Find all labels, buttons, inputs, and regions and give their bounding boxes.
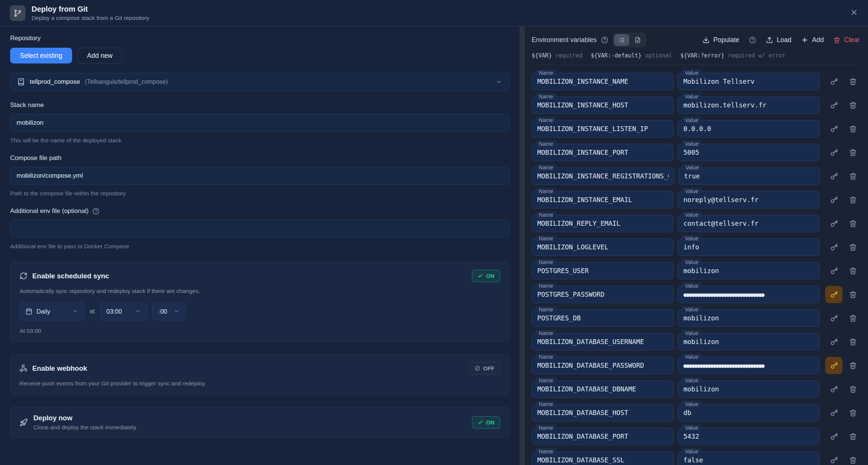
secret-key-button[interactable] (825, 262, 842, 279)
delete-row-button[interactable] (846, 309, 860, 327)
delete-row-button[interactable] (846, 144, 860, 161)
select-existing-button[interactable]: Select existing (10, 48, 72, 63)
env-name-field[interactable]: Name MOBILIZON_DATABASE_DBNAME (532, 380, 674, 398)
delete-row-button[interactable] (846, 215, 860, 232)
panel-resizer[interactable] (520, 26, 525, 465)
delete-row-button[interactable] (846, 357, 860, 374)
help-icon[interactable] (749, 36, 756, 44)
env-name-field[interactable]: Name MOBILIZON_INSTANCE_LISTEN_IP (532, 120, 674, 137)
env-value-field[interactable]: Value noreply@tellserv.fr (678, 191, 820, 208)
env-name-field[interactable]: Name MOBILIZON_DATABASE_PORT (532, 428, 674, 445)
repository-select[interactable]: tellprod_compose (Tellsanguis/tellprod_c… (10, 73, 509, 91)
delete-row-button[interactable] (846, 404, 860, 421)
delete-row-button[interactable] (846, 451, 860, 465)
hour-select[interactable]: 03:00 (100, 302, 147, 320)
secret-key-button[interactable] (825, 380, 842, 398)
env-value-field[interactable]: Value true (678, 168, 820, 185)
env-name-field[interactable]: Name POSTGRES_USER (532, 262, 674, 279)
trash-icon (849, 338, 857, 346)
delete-row-button[interactable] (846, 97, 860, 114)
delete-row-button[interactable] (846, 120, 860, 137)
env-name-field[interactable]: Name MOBILIZON_DATABASE_PASSWORD (532, 357, 674, 374)
delete-row-button[interactable] (846, 191, 860, 208)
close-icon[interactable] (850, 8, 858, 17)
secret-key-button[interactable] (825, 333, 842, 350)
env-row: Name MOBILIZON_DATABASE_PASSWORD Value ●… (532, 357, 860, 374)
env-name-text: MOBILIZON_INSTANCE_HOST (537, 101, 668, 109)
secret-key-button[interactable] (825, 451, 842, 465)
env-value-field[interactable]: Value 5005 (678, 144, 820, 161)
env-name-field[interactable]: Name MOBILIZON_INSTANCE_NAME (532, 73, 674, 90)
env-name-field[interactable]: Name MOBILIZON_DATABASE_USERNAME (532, 333, 674, 350)
list-view-button[interactable] (614, 34, 629, 46)
env-name-field[interactable]: Name MOBILIZON_INSTANCE_REGISTRATIONS_OP… (532, 168, 674, 185)
secret-key-button[interactable] (825, 357, 842, 374)
delete-row-button[interactable] (846, 239, 860, 256)
frequency-select[interactable]: Daily (20, 302, 84, 320)
env-value-field[interactable]: Value Mobilizon Tellserv (678, 73, 820, 90)
clear-button[interactable]: Clear (833, 36, 860, 44)
compose-path-input[interactable] (10, 167, 509, 185)
secret-key-button[interactable] (825, 144, 842, 161)
env-value-field[interactable]: Value contact@tellserv.fr (678, 215, 820, 232)
secret-key-button[interactable] (825, 191, 842, 208)
key-icon (830, 78, 838, 86)
minute-select[interactable]: :00 (152, 302, 185, 320)
text-view-button[interactable] (630, 34, 645, 46)
env-name-field[interactable]: Name POSTGRES_DB (532, 309, 674, 327)
secret-key-button[interactable] (825, 309, 842, 327)
env-row: Name MOBILIZON_DATABASE_USERNAME Value m… (532, 333, 860, 350)
env-value-field[interactable]: Value mobilizon (678, 262, 820, 279)
delete-row-button[interactable] (846, 333, 860, 350)
help-icon[interactable] (92, 208, 99, 215)
env-value-field[interactable]: Value mobilizon (678, 309, 820, 327)
add-new-button[interactable]: Add new (78, 48, 122, 63)
webhook-toggle[interactable]: OFF (469, 362, 500, 374)
delete-row-button[interactable] (846, 428, 860, 445)
env-name-text: MOBILIZON_LOGLEVEL (537, 243, 668, 251)
env-name-field[interactable]: Name MOBILIZON_INSTANCE_HOST (532, 97, 674, 114)
env-value-field[interactable]: Value false (678, 451, 820, 465)
delete-row-button[interactable] (846, 380, 860, 398)
scheduled-sync-toggle[interactable]: ON (472, 270, 500, 282)
add-button[interactable]: Add (801, 36, 824, 44)
env-value-field[interactable]: Value mobilizon (678, 380, 820, 398)
secret-key-button[interactable] (825, 215, 842, 232)
secret-key-button[interactable] (825, 404, 842, 421)
env-value-field[interactable]: Value info (678, 239, 820, 256)
secret-key-button[interactable] (826, 168, 843, 185)
env-value-field[interactable]: Value mobilizon (678, 333, 820, 350)
secret-key-button[interactable] (825, 73, 842, 90)
env-name-field[interactable]: Name MOBILIZON_DATABASE_HOST (532, 404, 674, 421)
env-name-field[interactable]: Name MOBILIZON_LOGLEVEL (532, 239, 674, 256)
env-name-field[interactable]: Name MOBILIZON_INSTANCE_PORT (532, 144, 674, 161)
env-value-label: Value (682, 235, 701, 242)
env-name-field[interactable]: Name MOBILIZON_INSTANCE_EMAIL (532, 191, 674, 208)
env-value-field[interactable]: Value mobilizon.tellserv.fr (678, 97, 820, 114)
env-value-field[interactable]: Value 0.0.0.0 (678, 120, 820, 137)
delete-row-button[interactable] (846, 168, 860, 185)
env-name-field[interactable]: Name POSTGRES_PASSWORD (532, 286, 674, 303)
secret-key-button[interactable] (825, 120, 842, 137)
env-name-field[interactable]: Name MOBILIZON_DATABASE_SSL (532, 451, 674, 465)
env-row: Name MOBILIZON_DATABASE_HOST Value db (532, 404, 860, 421)
env-value-field[interactable]: Value ●●●●●●●●●●●●●●●●●●●●●●●●●●●●●● (678, 357, 820, 374)
env-file-input[interactable] (10, 220, 509, 238)
load-button[interactable]: Load (766, 36, 791, 44)
secret-key-button[interactable] (825, 428, 842, 445)
env-value-field[interactable]: Value db (678, 404, 820, 421)
stack-name-input[interactable] (10, 114, 509, 132)
secret-key-button[interactable] (825, 286, 842, 303)
delete-row-button[interactable] (846, 262, 860, 279)
populate-button[interactable]: Populate (702, 36, 739, 44)
env-value-field[interactable]: Value 5432 (678, 428, 820, 445)
delete-row-button[interactable] (846, 73, 860, 90)
secret-key-button[interactable] (825, 239, 842, 256)
env-name-field[interactable]: Name MOBILIZON_REPLY_EMAIL (532, 215, 674, 232)
env-value-field[interactable]: Value ●●●●●●●●●●●●●●●●●●●●●●●●●●●●●● (678, 286, 820, 303)
at-label: at (90, 308, 95, 315)
help-icon[interactable] (601, 36, 608, 44)
delete-row-button[interactable] (846, 286, 860, 303)
deploy-now-toggle[interactable]: ON (472, 416, 500, 429)
secret-key-button[interactable] (825, 97, 842, 114)
